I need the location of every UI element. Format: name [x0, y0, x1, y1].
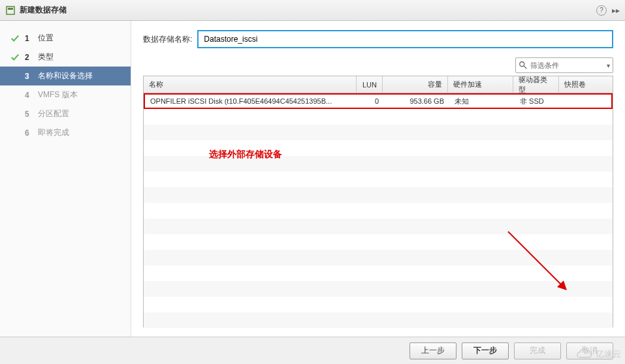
col-hw-accel[interactable]: 硬件加速 [448, 76, 513, 93]
check-icon [10, 53, 20, 62]
wizard-dialog: 新建数据存储 ? ▸▸ 1 位置 2 类型 3 名称和设备选择 [0, 0, 625, 364]
cell-capacity: 953.66 GB [384, 95, 449, 108]
chevron-down-icon[interactable]: ▾ [607, 62, 610, 69]
step-number: 1 [25, 34, 33, 43]
col-drive-type[interactable]: 驱动器类型 [513, 76, 559, 93]
search-icon [519, 61, 528, 70]
check-icon [10, 34, 20, 43]
table-row[interactable]: OPNFILER iSCSI Disk (t10.F405E46494C4542… [144, 93, 613, 109]
step-ready: 6 即将完成 [0, 123, 131, 142]
annotation-text: 选择外部存储设备 [209, 149, 282, 160]
step-label: 位置 [38, 33, 120, 44]
step-label: 类型 [38, 52, 120, 63]
filter-placeholder: 筛选条件 [530, 61, 604, 70]
next-button[interactable]: 下一步 [462, 342, 509, 359]
step-label: 即将完成 [38, 127, 120, 138]
expand-icon[interactable]: ▸▸ [612, 6, 620, 15]
button-bar: 上一步 下一步 完成 取消 [0, 337, 625, 364]
step-type[interactable]: 2 类型 [0, 48, 131, 67]
svg-line-3 [524, 66, 526, 68]
titlebar: 新建数据存储 ? ▸▸ [0, 0, 625, 21]
col-name[interactable]: 名称 [144, 76, 357, 93]
table-body: OPNFILER iSCSI Disk (t10.F405E46494C4542… [144, 93, 613, 310]
help-icon[interactable]: ? [596, 5, 607, 16]
step-name-device[interactable]: 3 名称和设备选择 [0, 67, 131, 85]
step-number: 6 [25, 129, 33, 138]
step-location[interactable]: 1 位置 [0, 29, 131, 48]
finish-button: 完成 [514, 342, 561, 359]
datastore-name-label: 数据存储名称: [143, 34, 192, 45]
step-label: 名称和设备选择 [38, 70, 120, 82]
cell-lun: 0 [358, 95, 384, 108]
back-button[interactable]: 上一步 [409, 342, 457, 359]
table-header: 名称 LUN 容量 硬件加速 驱动器类型 快照卷 [144, 76, 613, 93]
main-content: 数据存储名称: 筛选条件 ▾ 名称 LUN 容量 硬件加速 驱动器类型 [131, 21, 625, 337]
filter-box[interactable]: 筛选条件 ▾ [515, 57, 613, 73]
step-label: 分区配置 [38, 108, 120, 119]
col-capacity[interactable]: 容量 [383, 76, 448, 93]
step-number: 2 [25, 53, 33, 62]
cell-drive-type: 非 SSD [515, 95, 560, 108]
step-partition: 5 分区配置 [0, 104, 131, 123]
col-lun[interactable]: LUN [357, 76, 383, 93]
cancel-button: 取消 [566, 342, 613, 359]
datastore-icon [5, 5, 16, 16]
svg-rect-1 [8, 8, 13, 10]
cell-snapshot [560, 95, 611, 108]
step-vmfs: 4 VMFS 版本 [0, 85, 131, 104]
device-table: 名称 LUN 容量 硬件加速 驱动器类型 快照卷 OPNFILER i [143, 76, 613, 327]
step-number: 3 [25, 72, 33, 81]
svg-point-2 [520, 62, 524, 67]
cell-name: OPNFILER iSCSI Disk (t10.F405E46494C4542… [145, 95, 358, 108]
wizard-steps-sidebar: 1 位置 2 类型 3 名称和设备选择 4 VMFS 版本 5 分区配置 [0, 21, 131, 337]
svg-rect-0 [7, 7, 14, 14]
cell-hw-accel: 未知 [449, 95, 515, 108]
datastore-name-input[interactable] [197, 30, 613, 48]
dialog-title: 新建数据存储 [20, 5, 596, 16]
step-number: 4 [25, 91, 33, 100]
col-snapshot[interactable]: 快照卷 [559, 76, 613, 93]
step-number: 5 [25, 110, 33, 119]
step-label: VMFS 版本 [38, 89, 120, 100]
